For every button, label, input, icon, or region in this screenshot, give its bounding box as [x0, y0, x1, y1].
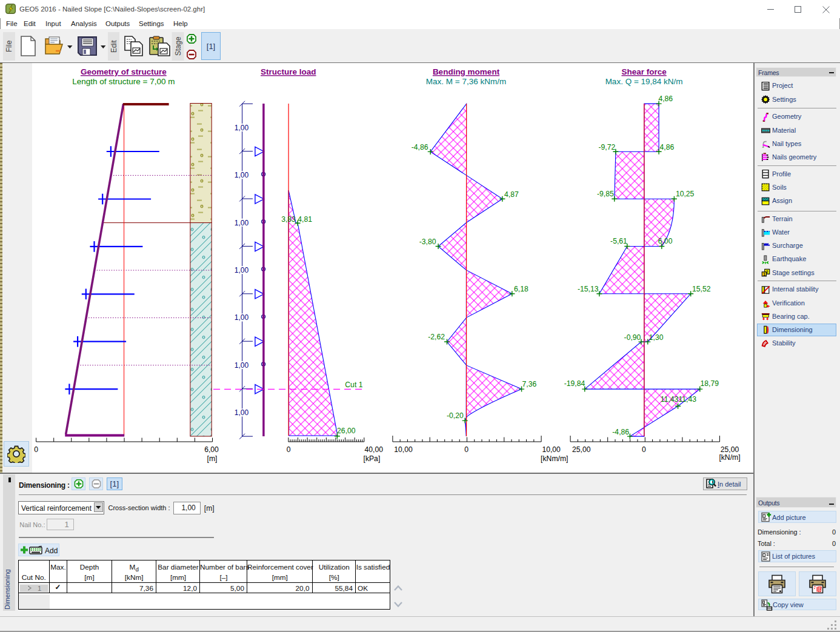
svg-text:Geometry of structure: Geometry of structure: [81, 67, 167, 76]
svg-text:-0,20: -0,20: [447, 411, 464, 420]
svg-text:[kPa]: [kPa]: [364, 454, 381, 463]
svg-text:4,86: 4,86: [660, 143, 675, 151]
svg-text:-3,80: -3,80: [419, 238, 436, 246]
svg-text:10,00: 10,00: [394, 445, 413, 454]
svg-text:Max. M = 7,36 kNm/m: Max. M = 7,36 kNm/m: [426, 77, 506, 86]
svg-text:1,00: 1,00: [235, 219, 249, 227]
svg-text:Max. Q = 19,84 kN/m: Max. Q = 19,84 kN/m: [605, 77, 683, 86]
svg-text:10,25: 10,25: [676, 190, 695, 198]
svg-text:0: 0: [464, 445, 468, 454]
svg-text:6,00: 6,00: [658, 238, 673, 246]
svg-text:3,83: 3,83: [281, 215, 296, 224]
svg-text:15,52: 15,52: [692, 285, 711, 293]
svg-text:10,00: 10,00: [542, 445, 561, 454]
svg-text:6,00: 6,00: [204, 445, 219, 454]
svg-text:Structure load: Structure load: [261, 67, 316, 76]
svg-text:0: 0: [34, 445, 38, 454]
svg-text:[m]: [m]: [207, 454, 218, 463]
svg-text:1: 1: [762, 271, 765, 277]
svg-text:7,36: 7,36: [522, 380, 537, 388]
svg-text:-4,86: -4,86: [412, 143, 428, 151]
svg-text:4,86: 4,86: [658, 95, 673, 104]
svg-text:[kN/m]: [kN/m]: [719, 453, 740, 462]
svg-text:4,81: 4,81: [298, 215, 312, 224]
svg-text:-15,13: -15,13: [578, 285, 599, 293]
svg-text:1,00: 1,00: [235, 171, 249, 180]
svg-text:1,00: 1,00: [235, 361, 249, 370]
svg-text:40,00: 40,00: [365, 445, 384, 454]
svg-text:1,00: 1,00: [235, 314, 249, 322]
svg-text:-9,72: -9,72: [599, 143, 616, 151]
svg-text:1,30: 1,30: [649, 333, 664, 342]
svg-text:0: 0: [287, 445, 291, 454]
svg-text:-0,90: -0,90: [624, 333, 641, 342]
svg-text:-19,84: -19,84: [564, 380, 585, 388]
svg-text:0: 0: [642, 445, 646, 454]
svg-text:11,43: 11,43: [678, 396, 696, 404]
svg-text:Cut 1: Cut 1: [345, 381, 362, 389]
svg-text:1,00: 1,00: [235, 124, 249, 132]
svg-text:18,79: 18,79: [701, 380, 719, 388]
svg-text:Length of structure = 7,00 m: Length of structure = 7,00 m: [72, 77, 175, 86]
svg-text:-4,86: -4,86: [612, 428, 629, 436]
svg-text:6,18: 6,18: [514, 285, 528, 293]
svg-text:Bending moment: Bending moment: [433, 67, 500, 76]
svg-text:26,00: 26,00: [337, 427, 356, 436]
svg-text:25,00: 25,00: [572, 445, 591, 454]
svg-text:11,43: 11,43: [661, 396, 679, 404]
svg-text:[kNm/m]: [kNm/m]: [541, 454, 568, 463]
svg-text:1,00: 1,00: [235, 266, 249, 274]
svg-text:-2,62: -2,62: [428, 333, 445, 341]
svg-text:-5,61: -5,61: [610, 238, 627, 246]
svg-text:Shear force: Shear force: [621, 67, 667, 76]
svg-text:4,87: 4,87: [504, 190, 519, 199]
svg-text:1,00: 1,00: [235, 409, 249, 417]
svg-text:-9,85: -9,85: [597, 190, 614, 198]
svg-text:25,00: 25,00: [721, 445, 739, 454]
